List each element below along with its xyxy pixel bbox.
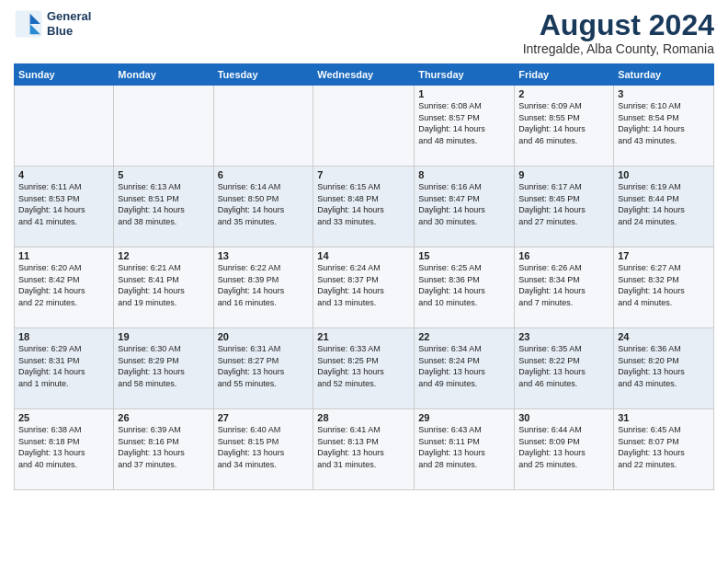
calendar-cell: 26Sunrise: 6:39 AM Sunset: 8:16 PM Dayli…: [114, 409, 213, 490]
calendar-week-row: 11Sunrise: 6:20 AM Sunset: 8:42 PM Dayli…: [15, 247, 714, 328]
weekday-header: Sunday: [15, 64, 114, 86]
day-number: 19: [118, 331, 209, 342]
calendar-cell: 3Sunrise: 6:10 AM Sunset: 8:54 PM Daylig…: [614, 86, 714, 167]
calendar-week-row: 18Sunrise: 6:29 AM Sunset: 8:31 PM Dayli…: [15, 328, 714, 409]
header: General Blue August 2024 Intregalde, Alb…: [14, 9, 714, 56]
day-number: 25: [18, 412, 109, 423]
page: General Blue August 2024 Intregalde, Alb…: [0, 0, 728, 563]
day-number: 18: [18, 331, 109, 342]
weekday-header: Thursday: [415, 64, 515, 86]
calendar-cell: 7Sunrise: 6:15 AM Sunset: 8:48 PM Daylig…: [313, 167, 415, 247]
calendar-cell: 14Sunrise: 6:24 AM Sunset: 8:37 PM Dayli…: [313, 247, 415, 328]
calendar-cell: 10Sunrise: 6:19 AM Sunset: 8:44 PM Dayli…: [614, 167, 714, 247]
day-info: Sunrise: 6:44 AM Sunset: 8:09 PM Dayligh…: [518, 424, 609, 470]
calendar-cell: [15, 86, 114, 167]
calendar-cell: 13Sunrise: 6:22 AM Sunset: 8:39 PM Dayli…: [213, 247, 313, 328]
calendar-cell: 6Sunrise: 6:14 AM Sunset: 8:50 PM Daylig…: [213, 167, 313, 247]
day-info: Sunrise: 6:38 AM Sunset: 8:18 PM Dayligh…: [18, 424, 109, 470]
day-info: Sunrise: 6:19 AM Sunset: 8:44 PM Dayligh…: [618, 181, 710, 227]
day-info: Sunrise: 6:36 AM Sunset: 8:20 PM Dayligh…: [618, 343, 710, 389]
day-info: Sunrise: 6:30 AM Sunset: 8:29 PM Dayligh…: [118, 343, 209, 389]
day-number: 6: [218, 169, 310, 180]
day-number: 9: [518, 169, 609, 180]
day-info: Sunrise: 6:08 AM Sunset: 8:57 PM Dayligh…: [418, 100, 510, 146]
day-info: Sunrise: 6:39 AM Sunset: 8:16 PM Dayligh…: [118, 424, 209, 470]
calendar-week-row: 25Sunrise: 6:38 AM Sunset: 8:18 PM Dayli…: [15, 409, 714, 490]
day-info: Sunrise: 6:33 AM Sunset: 8:25 PM Dayligh…: [317, 343, 410, 389]
calendar-week-row: 1Sunrise: 6:08 AM Sunset: 8:57 PM Daylig…: [15, 86, 714, 167]
day-info: Sunrise: 6:22 AM Sunset: 8:39 PM Dayligh…: [218, 262, 310, 308]
day-info: Sunrise: 6:21 AM Sunset: 8:41 PM Dayligh…: [118, 262, 209, 308]
calendar-cell: 29Sunrise: 6:43 AM Sunset: 8:11 PM Dayli…: [415, 409, 515, 490]
weekday-header: Saturday: [614, 64, 714, 86]
day-number: 31: [618, 412, 710, 423]
calendar-cell: 17Sunrise: 6:27 AM Sunset: 8:32 PM Dayli…: [614, 247, 714, 328]
calendar-cell: 1Sunrise: 6:08 AM Sunset: 8:57 PM Daylig…: [415, 86, 515, 167]
calendar-table: SundayMondayTuesdayWednesdayThursdayFrid…: [14, 63, 714, 490]
calendar-cell: [313, 86, 415, 167]
day-number: 8: [418, 169, 510, 180]
calendar-cell: 9Sunrise: 6:17 AM Sunset: 8:45 PM Daylig…: [515, 167, 614, 247]
day-number: 17: [618, 250, 710, 261]
calendar-week-row: 4Sunrise: 6:11 AM Sunset: 8:53 PM Daylig…: [15, 167, 714, 247]
day-info: Sunrise: 6:43 AM Sunset: 8:11 PM Dayligh…: [418, 424, 510, 470]
calendar-cell: 18Sunrise: 6:29 AM Sunset: 8:31 PM Dayli…: [15, 328, 114, 409]
day-info: Sunrise: 6:26 AM Sunset: 8:34 PM Dayligh…: [518, 262, 609, 308]
day-number: 7: [317, 169, 410, 180]
calendar-header-row: SundayMondayTuesdayWednesdayThursdayFrid…: [15, 64, 714, 86]
calendar-cell: 27Sunrise: 6:40 AM Sunset: 8:15 PM Dayli…: [213, 409, 313, 490]
day-info: Sunrise: 6:41 AM Sunset: 8:13 PM Dayligh…: [317, 424, 410, 470]
day-info: Sunrise: 6:45 AM Sunset: 8:07 PM Dayligh…: [618, 424, 710, 470]
day-number: 26: [118, 412, 209, 423]
day-info: Sunrise: 6:24 AM Sunset: 8:37 PM Dayligh…: [317, 262, 410, 308]
day-number: 23: [518, 331, 609, 342]
calendar-cell: 19Sunrise: 6:30 AM Sunset: 8:29 PM Dayli…: [114, 328, 213, 409]
day-info: Sunrise: 6:17 AM Sunset: 8:45 PM Dayligh…: [518, 181, 609, 227]
day-number: 13: [218, 250, 310, 261]
day-info: Sunrise: 6:27 AM Sunset: 8:32 PM Dayligh…: [618, 262, 710, 308]
day-number: 24: [618, 331, 710, 342]
subtitle: Intregalde, Alba County, Romania: [523, 41, 714, 56]
day-number: 1: [418, 88, 510, 99]
logo-text: General Blue: [47, 9, 91, 38]
weekday-header: Tuesday: [213, 64, 313, 86]
day-info: Sunrise: 6:09 AM Sunset: 8:55 PM Dayligh…: [518, 100, 609, 146]
main-title: August 2024: [523, 9, 714, 41]
day-number: 5: [118, 169, 209, 180]
calendar-cell: 21Sunrise: 6:33 AM Sunset: 8:25 PM Dayli…: [313, 328, 415, 409]
calendar-cell: 16Sunrise: 6:26 AM Sunset: 8:34 PM Dayli…: [515, 247, 614, 328]
logo-line2: Blue: [47, 24, 91, 39]
day-number: 15: [418, 250, 510, 261]
day-info: Sunrise: 6:20 AM Sunset: 8:42 PM Dayligh…: [18, 262, 109, 308]
calendar-cell: 28Sunrise: 6:41 AM Sunset: 8:13 PM Dayli…: [313, 409, 415, 490]
calendar-cell: 8Sunrise: 6:16 AM Sunset: 8:47 PM Daylig…: [415, 167, 515, 247]
title-block: August 2024 Intregalde, Alba County, Rom…: [523, 9, 714, 56]
calendar-cell: 20Sunrise: 6:31 AM Sunset: 8:27 PM Dayli…: [213, 328, 313, 409]
day-info: Sunrise: 6:11 AM Sunset: 8:53 PM Dayligh…: [18, 181, 109, 227]
day-number: 27: [218, 412, 310, 423]
day-number: 2: [518, 88, 609, 99]
day-info: Sunrise: 6:35 AM Sunset: 8:22 PM Dayligh…: [518, 343, 609, 389]
calendar-cell: 25Sunrise: 6:38 AM Sunset: 8:18 PM Dayli…: [15, 409, 114, 490]
day-info: Sunrise: 6:40 AM Sunset: 8:15 PM Dayligh…: [218, 424, 310, 470]
day-number: 16: [518, 250, 609, 261]
day-number: 11: [18, 250, 109, 261]
calendar-cell: 2Sunrise: 6:09 AM Sunset: 8:55 PM Daylig…: [515, 86, 614, 167]
calendar-cell: 30Sunrise: 6:44 AM Sunset: 8:09 PM Dayli…: [515, 409, 614, 490]
calendar-cell: 24Sunrise: 6:36 AM Sunset: 8:20 PM Dayli…: [614, 328, 714, 409]
calendar-cell: 5Sunrise: 6:13 AM Sunset: 8:51 PM Daylig…: [114, 167, 213, 247]
weekday-header: Wednesday: [313, 64, 415, 86]
weekday-header: Monday: [114, 64, 213, 86]
day-number: 3: [618, 88, 710, 99]
logo-icon: [14, 9, 43, 39]
calendar-cell: 22Sunrise: 6:34 AM Sunset: 8:24 PM Dayli…: [415, 328, 515, 409]
day-info: Sunrise: 6:31 AM Sunset: 8:27 PM Dayligh…: [218, 343, 310, 389]
day-number: 21: [317, 331, 410, 342]
logo: General Blue: [14, 9, 91, 39]
calendar-cell: 31Sunrise: 6:45 AM Sunset: 8:07 PM Dayli…: [614, 409, 714, 490]
day-info: Sunrise: 6:16 AM Sunset: 8:47 PM Dayligh…: [418, 181, 510, 227]
day-number: 22: [418, 331, 510, 342]
day-number: 29: [418, 412, 510, 423]
calendar-cell: 11Sunrise: 6:20 AM Sunset: 8:42 PM Dayli…: [15, 247, 114, 328]
calendar-cell: 12Sunrise: 6:21 AM Sunset: 8:41 PM Dayli…: [114, 247, 213, 328]
